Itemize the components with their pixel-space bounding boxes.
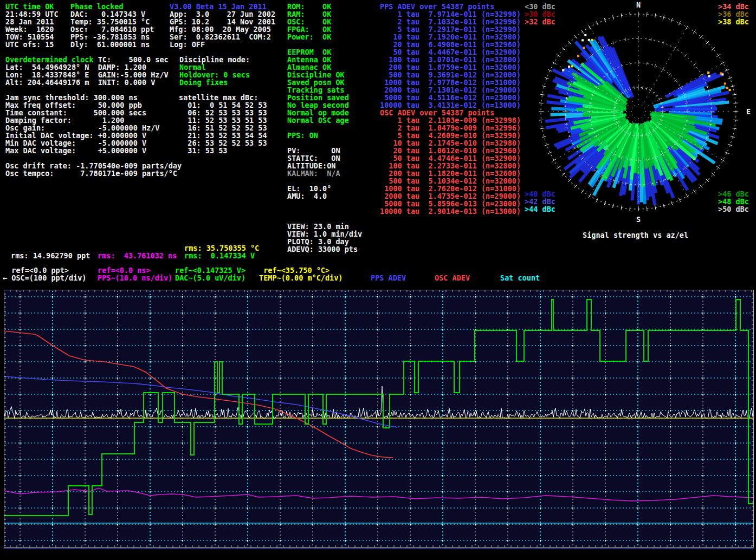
adev-tables-block-line: OSC ADEV over 54387 points <box>380 109 521 116</box>
outer-ring-tick <box>693 190 696 193</box>
loop-params-block-line: Osc drift rate: -1.770540e-009 parts/day <box>5 162 182 170</box>
ref-pps-label: ref=<0.0 ns>PPS~(10.0 ns/div) <box>98 266 172 282</box>
timeseries-plot-area[interactable] <box>4 290 754 548</box>
receiver-health-block-line <box>287 124 362 132</box>
adev-tables-block-line: 2000 tau 1.4735e-012 (n=29000) <box>380 192 521 200</box>
receiver-health-block-line: Normal OSC age <box>287 116 362 124</box>
receiver-health-block-line: FPGA: OK <box>287 25 362 33</box>
loop-params-block-line: Initial DAC voltage: +0.000000 V <box>5 132 182 139</box>
rms-osc-label: rms: 14.962790 ppt <box>11 252 90 259</box>
ref-dac-label-line: DAC~(5.0 uV/div) <box>175 274 245 282</box>
receiver-health-block-line: ALTITUDE:ON <box>287 162 362 170</box>
version-block-line: Log: OFF <box>170 41 275 48</box>
rms-dac-label-text: rms: 0.147334 V <box>184 251 255 260</box>
oscillator-status-block-line: Phase locked <box>70 3 154 10</box>
adev-tables-block-line: 5 tau 7.2917e-011 (n=32990) <box>380 25 521 33</box>
version-block-line: V3.00 Beta 15 Jan 2011 <box>170 3 275 10</box>
legend-sat-count: Sat count <box>500 274 540 282</box>
legend-osc-adev: OSC ADEV <box>435 274 470 282</box>
utc-status-block: UTC time OK21:48:59 UTC28 Jan 2011Week: … <box>5 3 59 48</box>
satellite-dbc-table-line: 01: 0 51 54 52 53 <box>179 101 267 109</box>
adev-tables-block-line: 5000 tau 5.8596e-013 (n=23000) <box>380 200 521 207</box>
ref-pps-label-text: PPS~(10.0 ns/div) <box>98 274 172 282</box>
outer-ring-tick <box>686 25 688 29</box>
signal-speck <box>588 39 590 41</box>
outer-ring-tick <box>581 190 584 193</box>
outer-ring-tick <box>693 30 696 34</box>
outer-ring-tick <box>552 159 556 161</box>
signal-speck <box>562 69 564 71</box>
plot-bottom-divider <box>4 548 754 549</box>
loop-params-block-line: Min DAC voltage: -5.000000 V <box>5 139 182 147</box>
receiver-health-block-line: Position saved <box>287 94 362 101</box>
polar-plot-canvas: NSEW <box>537 0 756 234</box>
trace-pps-adev-curve <box>4 376 397 427</box>
receiver-health-block-line: ADEVQ: 33000 pts <box>287 245 362 253</box>
utc-status-block-line: TOW: 510554 <box>5 33 59 41</box>
oscillator-status-block-line: Dly: 61.000001 ns <box>70 41 154 48</box>
outer-ring-tick <box>655 205 656 210</box>
receiver-health-block-line: Discipline OK <box>287 71 362 79</box>
receiver-health-block-line: Normal op mode <box>287 109 362 116</box>
ring-tick <box>658 99 661 100</box>
oscillator-status-block-line: Temp: 35.750015 °C <box>70 18 154 25</box>
adev-tables-block-line: 100 tau 3.0701e-011 (n=32800) <box>380 56 521 63</box>
receiver-health-block-line: EEPROM OK <box>287 48 362 56</box>
utc-status-block-line: 28 Jan 2011 <box>5 18 59 25</box>
signal-speck <box>583 47 585 49</box>
loop-params-block-text: Osc tempco: 7.780171e-009 parts/°C <box>5 169 177 178</box>
adev-tables-block-line: 20 tau 1.0612e-010 (n=32960) <box>380 147 521 154</box>
satellite-dbc-table-line: 11: 52 53 53 51 53 <box>179 116 267 124</box>
outer-ring-tick <box>545 77 549 79</box>
rms-temp-label-line: rms: 35.750355 °C <box>184 244 259 252</box>
outer-ring-tick <box>539 103 544 103</box>
outer-ring-tick <box>655 14 656 18</box>
ring-tick <box>662 68 664 70</box>
rms-osc-label-line: rms: 14.962790 ppt <box>11 252 90 259</box>
satellite-dbc-table-line: satellite max dBc: <box>179 94 267 101</box>
ring-tick <box>642 86 643 89</box>
outer-ring-tick <box>568 41 571 44</box>
outer-ring-tick <box>731 136 735 138</box>
satellite-dbc-table-text: 31: 53 53 <box>179 146 227 155</box>
outer-ring-tick <box>647 206 647 211</box>
version-block-line: App: 3.0 27 Jun 2002 <box>170 10 275 18</box>
position-block-line: Lat: 54.4964928° N DAMP: 1.200 <box>5 63 169 71</box>
outer-ring-tick <box>679 21 680 25</box>
adev-tables-block-line: 500 tau 5.1034e-012 (n=32000) <box>380 177 521 185</box>
ref-dac-label: ref~<0.147325 V>DAC~(5.0 uV/div) <box>175 266 245 282</box>
loop-params-block-line: Time constant: 500.000 secs <box>5 109 182 116</box>
receiver-health-block-line <box>287 41 362 48</box>
lady-heather-screen: UTC time OK21:48:59 UTC28 Jan 2011Week: … <box>0 0 756 560</box>
trace-pps-ns <box>4 488 754 501</box>
receiver-health-block-line: Tracking sats <box>287 86 362 94</box>
oscillator-status-block-line: DAC: 0.147343 V <box>70 10 154 18</box>
satellite-dbc-table-line: 16: 51 52 52 52 53 <box>179 124 267 132</box>
adev-tables-block-line: 20 tau 6.4908e-011 (n=32960) <box>380 41 521 48</box>
outer-ring-tick <box>552 62 556 64</box>
receiver-health-block-line: RAM: OK <box>287 10 362 18</box>
signal-speck <box>707 71 709 74</box>
outer-ring-tick <box>539 120 544 120</box>
ring-tick <box>625 38 626 41</box>
adev-tables-block-line: 1 tau 7.9714e-011 (n=32998) <box>380 10 521 18</box>
legend-sat-count-text: Sat count <box>500 274 540 282</box>
position-block-line: Overdetermined clock TC: 500.0 sec <box>5 56 169 63</box>
oscillator-status-block-line: Osc↑ 7.084610 ppt <box>70 25 154 33</box>
ring-tick <box>693 63 696 66</box>
satellite-dbc-table-line: 31: 53 53 <box>179 147 267 154</box>
rms-dac-label-line: rms: 0.147334 V <box>184 252 255 259</box>
outer-ring-tick <box>574 35 577 38</box>
rms-temp-label: rms: 35.750355 °C <box>184 244 259 252</box>
utc-status-block-text: UTC ofs: 15 <box>5 40 54 49</box>
receiver-health-block-line <box>287 200 362 207</box>
legend-osc-adev-text: OSC ADEV <box>435 274 470 282</box>
loop-params-block: Jam sync threshold: 300.000 nsMax freq o… <box>5 94 182 177</box>
receiver-health-block-line <box>287 207 362 215</box>
outer-ring-tick <box>548 152 552 153</box>
outer-ring-tick <box>540 94 545 95</box>
signal-speck <box>584 34 586 36</box>
receiver-health-block-text: ADEVQ: 33000 pts <box>287 245 358 253</box>
receiver-health-block-line: VIEW: 1.0 min/div <box>287 230 362 238</box>
receiver-health-block-line: PPS: ON <box>287 132 362 139</box>
